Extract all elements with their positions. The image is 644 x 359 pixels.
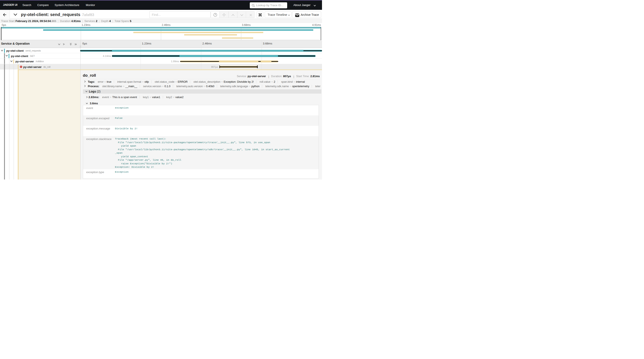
- svg-text:?: ?: [215, 14, 216, 16]
